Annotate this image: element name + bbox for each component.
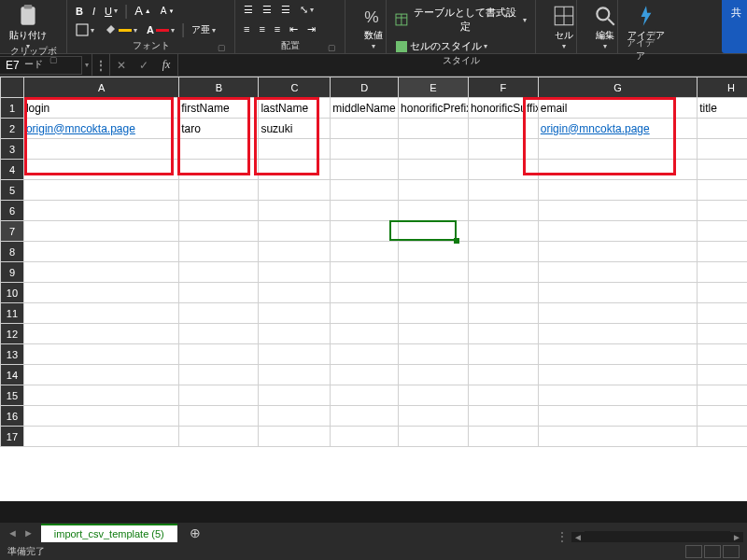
cell-H12[interactable] <box>698 324 747 344</box>
cell-A11[interactable] <box>23 303 178 324</box>
cell-E15[interactable] <box>399 385 469 406</box>
cell-E4[interactable] <box>399 160 469 180</box>
cell-C14[interactable] <box>259 365 331 385</box>
cell-F3[interactable] <box>468 139 538 160</box>
cell-G2[interactable]: origin@mncokta.page <box>538 119 697 139</box>
cell-H11[interactable] <box>698 303 747 324</box>
cell-E3[interactable] <box>399 139 469 160</box>
col-header-A[interactable]: A <box>23 77 178 98</box>
dialog-launcher-icon[interactable]: ▢ <box>47 54 61 65</box>
cell-H16[interactable] <box>698 406 747 427</box>
fill-handle[interactable] <box>454 238 459 244</box>
row-header-12[interactable]: 12 <box>1 324 24 344</box>
cell-D15[interactable] <box>331 385 399 406</box>
cell-H9[interactable] <box>698 262 747 283</box>
col-header-F[interactable]: F <box>468 77 538 98</box>
cell-E1[interactable]: honorificPrefix <box>399 98 469 119</box>
row-header-3[interactable]: 3 <box>1 139 24 160</box>
cell-D3[interactable] <box>331 139 399 160</box>
bold-button[interactable]: B <box>73 4 86 19</box>
cell-F16[interactable] <box>468 406 538 427</box>
cell-B16[interactable] <box>179 406 259 427</box>
cell-G6[interactable] <box>538 201 697 221</box>
cell-F7[interactable] <box>468 221 538 242</box>
orientation-button[interactable]: ⤡▾ <box>297 2 317 18</box>
cell-F14[interactable] <box>468 365 538 385</box>
cell-C1[interactable]: lastName <box>259 98 331 119</box>
tab-prev-button[interactable]: ◄ <box>7 527 18 539</box>
cell-D1[interactable]: middleName <box>331 98 399 119</box>
cell-A10[interactable] <box>23 283 178 303</box>
cell-A3[interactable] <box>23 139 178 160</box>
cell-A13[interactable] <box>23 344 178 365</box>
cell-C9[interactable] <box>259 262 331 283</box>
cell-H13[interactable] <box>698 344 747 365</box>
cell-D14[interactable] <box>331 365 399 385</box>
row-header-2[interactable]: 2 <box>1 119 24 139</box>
col-header-D[interactable]: D <box>331 77 399 98</box>
borders-button[interactable]: ▾ <box>73 21 97 38</box>
cell-A5[interactable] <box>23 180 178 201</box>
cell-G8[interactable] <box>538 242 697 262</box>
cell-H8[interactable] <box>698 242 747 262</box>
cell-G15[interactable] <box>538 385 697 406</box>
enter-entry-button[interactable]: ✓ <box>133 59 155 72</box>
cell-F5[interactable] <box>468 180 538 201</box>
cell-B3[interactable] <box>179 139 259 160</box>
cell-G1[interactable]: email <box>538 98 697 119</box>
view-pagelayout-icon[interactable] <box>704 545 721 558</box>
cell-F10[interactable] <box>468 283 538 303</box>
row-header-7[interactable]: 7 <box>1 221 24 242</box>
share-button[interactable]: 共 <box>722 0 747 53</box>
row-header-11[interactable]: 11 <box>1 303 24 324</box>
cell-H7[interactable] <box>698 221 747 242</box>
cell-E12[interactable] <box>399 324 469 344</box>
dialog-launcher-icon[interactable]: ▢ <box>325 42 339 53</box>
row-header-4[interactable]: 4 <box>1 160 24 180</box>
cell-A16[interactable] <box>23 406 178 427</box>
shrink-font-button[interactable]: A▼ <box>158 4 177 18</box>
cell-E13[interactable] <box>399 344 469 365</box>
cell-A8[interactable] <box>23 242 178 262</box>
cell-D2[interactable] <box>331 119 399 139</box>
row-header-6[interactable]: 6 <box>1 201 24 221</box>
row-header-13[interactable]: 13 <box>1 344 24 365</box>
cell-H4[interactable] <box>698 160 747 180</box>
row-header-10[interactable]: 10 <box>1 283 24 303</box>
align-right-button[interactable]: ≡ <box>272 21 283 36</box>
horizontal-scrollbar[interactable]: ⋮◄► <box>557 530 743 543</box>
grow-font-button[interactable]: A▲ <box>132 2 154 20</box>
cell-A7[interactable] <box>23 221 178 242</box>
cell-H10[interactable] <box>698 283 747 303</box>
cell-H14[interactable] <box>698 365 747 385</box>
view-normal-icon[interactable] <box>685 545 702 558</box>
cell-C4[interactable] <box>259 160 331 180</box>
cell-F1[interactable]: honorificSuffix <box>468 98 538 119</box>
align-center-button[interactable]: ≡ <box>256 21 267 36</box>
cell-A4[interactable] <box>23 160 178 180</box>
cell-H2[interactable] <box>698 119 747 139</box>
cell-G7[interactable] <box>538 221 697 242</box>
cell-A17[interactable] <box>23 427 178 447</box>
cell-E9[interactable] <box>399 262 469 283</box>
cell-E6[interactable] <box>399 201 469 221</box>
add-sheet-button[interactable]: ⊕ <box>185 523 205 543</box>
row-header-1[interactable]: 1 <box>1 98 24 119</box>
cell-C6[interactable] <box>259 201 331 221</box>
cell-G16[interactable] <box>538 406 697 427</box>
col-header-C[interactable]: C <box>259 77 331 98</box>
cell-F8[interactable] <box>468 242 538 262</box>
cell-link[interactable]: origin@mncokta.page <box>26 122 135 135</box>
cell-F6[interactable] <box>468 201 538 221</box>
cell-C10[interactable] <box>259 283 331 303</box>
cell-D11[interactable] <box>331 303 399 324</box>
col-header-G[interactable]: G <box>538 77 697 98</box>
cell-A9[interactable] <box>23 262 178 283</box>
cell-E10[interactable] <box>399 283 469 303</box>
cell-C3[interactable] <box>259 139 331 160</box>
cell-B11[interactable] <box>179 303 259 324</box>
cell-A12[interactable] <box>23 324 178 344</box>
row-header-16[interactable]: 16 <box>1 406 24 427</box>
cell-D13[interactable] <box>331 344 399 365</box>
cell-E8[interactable] <box>399 242 469 262</box>
